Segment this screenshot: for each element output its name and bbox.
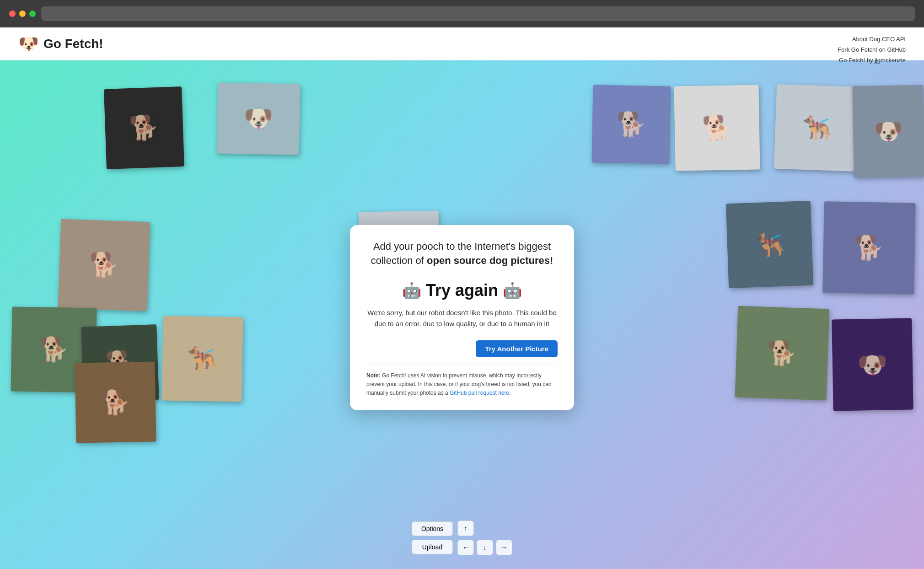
modal-description: We're sorry, but our robot doesn't like … [366, 307, 558, 329]
dog-photo-13-content: 🐶 [832, 318, 913, 411]
address-bar[interactable] [41, 6, 915, 21]
dog-photo-15-content: 🐕 [75, 361, 156, 443]
modal-note-bold: Note: [366, 372, 381, 379]
modal-try-again-section: 🤖 Try again 🤖 [366, 281, 558, 300]
arrow-left-button[interactable]: ← [457, 540, 474, 555]
arrow-up-button[interactable]: ↑ [457, 521, 474, 536]
try-another-picture-button[interactable]: Try Another Picture [476, 340, 558, 357]
dog-photo-8: 🐕 [58, 219, 150, 311]
try-again-label: Try again [426, 281, 498, 300]
dog-photo-2: 🐶 [217, 82, 301, 155]
traffic-light-yellow[interactable] [19, 11, 26, 17]
upload-button[interactable]: Upload [412, 540, 453, 554]
arrow-down-button[interactable]: ↓ [477, 540, 493, 555]
dog-photo-4: 🐕‍🦺 [774, 84, 861, 172]
dog-photo-16: 🐕 [592, 85, 671, 164]
dog-photo-7: 🐕‍🦺 [726, 201, 813, 288]
dog-photo-12-content: 🐕‍🦺 [161, 316, 243, 402]
nav-link-github[interactable]: Fork Go Fetch! on GitHub [838, 45, 906, 55]
dog-photo-6-content: 🐕 [822, 201, 915, 294]
arrow-right-button[interactable]: → [496, 540, 512, 555]
dog-photo-7-content: 🐕‍🦺 [726, 201, 813, 288]
dog-photo-16-content: 🐕 [592, 85, 671, 164]
dog-photo-4-content: 🐕‍🦺 [774, 84, 861, 172]
modal-card: Add your pooch to the Internet's biggest… [350, 225, 574, 410]
options-button[interactable]: Options [412, 521, 453, 536]
dog-photo-14-content: 🐕 [735, 306, 830, 401]
header-nav: About Dog.CEO API Fork Go Fetch! on GitH… [838, 35, 906, 65]
dog-photo-1: 🐕 [104, 86, 184, 169]
dog-photo-2-content: 🐶 [217, 82, 301, 155]
robot-emoji-left: 🤖 [402, 281, 421, 300]
browser-chrome [0, 0, 924, 27]
dog-photo-1-content: 🐕 [104, 86, 184, 169]
traffic-light-red[interactable] [9, 11, 16, 17]
dog-photo-5-content: 🐶 [852, 85, 924, 178]
traffic-lights [9, 11, 36, 17]
toolbar-top-icons: ↑ [457, 521, 512, 536]
dog-photo-3-content: 🐕 [674, 85, 760, 171]
traffic-light-green[interactable] [29, 11, 36, 17]
toolbar-bottom-icons: ← ↓ → [457, 540, 512, 555]
main-background: 🐕 🐶 🐕 🐕 🐕‍🦺 🐶 🐕 🐕‍🦺 🐕 🐶 🐕 [0, 60, 924, 569]
dog-photo-3: 🐕 [674, 85, 760, 171]
dog-photo-14: 🐕 [735, 306, 830, 401]
header-logo: 🐶 Go Fetch! [18, 34, 103, 54]
modal-note: Note: Go Fetch! uses AI vision to preven… [366, 365, 558, 398]
dog-photo-8-content: 🐕 [58, 219, 150, 311]
robot-emoji-right: 🤖 [503, 281, 522, 300]
page-wrapper: 🐶 Go Fetch! About Dog.CEO API Fork Go Fe… [0, 27, 924, 569]
header: 🐶 Go Fetch! About Dog.CEO API Fork Go Fe… [0, 27, 924, 60]
modal-note-link[interactable]: GitHub pull request here. [450, 390, 510, 396]
toolbar-left-column: Options Upload [412, 521, 453, 554]
toolbar-right-column: ↑ ← ↓ → [457, 521, 512, 555]
logo-text: Go Fetch! [43, 37, 103, 51]
dog-photo-12: 🐕‍🦺 [161, 316, 243, 402]
modal-headline-bold: open source dog pictures! [427, 255, 553, 266]
modal-headline: Add your pooch to the Internet's biggest… [366, 240, 558, 268]
logo-icon: 🐶 [18, 34, 39, 54]
nav-link-by[interactable]: Go Fetch! by jjgmckenzie [839, 56, 906, 65]
dog-photo-15: 🐕 [75, 361, 156, 443]
nav-link-about[interactable]: About Dog.CEO API [852, 35, 906, 44]
dog-photo-13: 🐶 [832, 318, 913, 411]
dog-photo-6: 🐕 [822, 201, 915, 294]
bottom-toolbar: Options Upload ↑ ← ↓ → [412, 521, 512, 555]
dog-photo-5: 🐶 [852, 85, 924, 178]
